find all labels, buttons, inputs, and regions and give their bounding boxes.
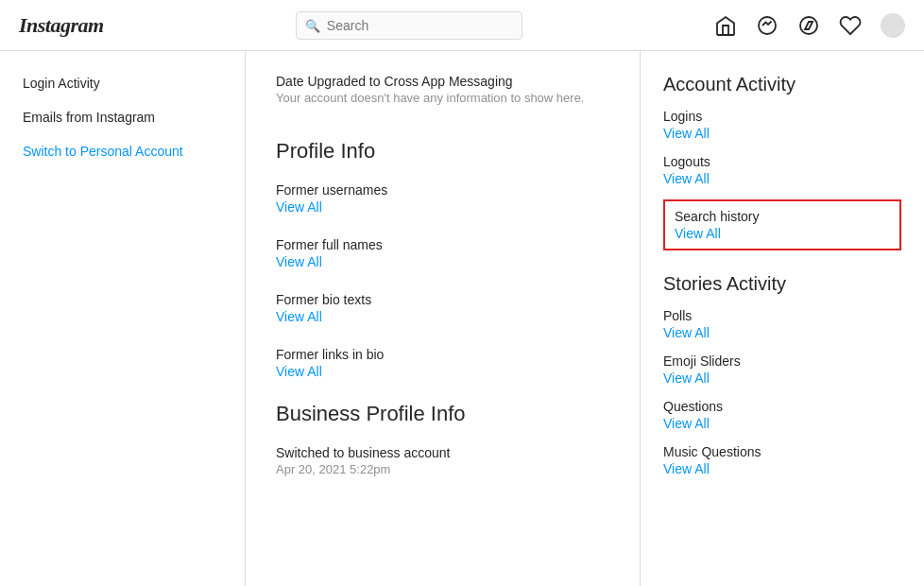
switched-date: Apr 20, 2021 5:22pm (276, 462, 609, 476)
logins-link[interactable]: View All (663, 126, 901, 141)
date-section: Date Upgraded to Cross App Messaging You… (276, 74, 609, 112)
svg-point-0 (759, 17, 776, 34)
polls-label: Polls (663, 308, 901, 323)
search-icon: 🔍 (305, 18, 320, 32)
questions-link[interactable]: View All (663, 416, 901, 431)
music-questions-label: Music Questions (663, 444, 901, 459)
former-usernames-block: Former usernames View All (276, 182, 609, 215)
sidebar-item-switch-account[interactable]: Switch to Personal Account (0, 134, 245, 168)
former-full-names-label: Former full names (276, 237, 609, 252)
search-history-highlighted-box: Search history View All (663, 199, 901, 250)
sidebar-item-emails[interactable]: Emails from Instagram (0, 100, 245, 134)
search-input[interactable] (296, 11, 522, 40)
heart-icon[interactable] (839, 14, 862, 37)
date-label: Date Upgraded to Cross App Messaging (276, 74, 609, 89)
switched-label: Switched to business account (276, 445, 609, 460)
messenger-icon[interactable] (756, 14, 779, 37)
logins-item: Logins View All (663, 109, 901, 141)
svg-point-1 (800, 17, 817, 34)
music-questions-link[interactable]: View All (663, 461, 901, 476)
logo[interactable]: Instagram (19, 13, 104, 38)
questions-item: Questions View All (663, 399, 901, 431)
polls-item: Polls View All (663, 308, 901, 340)
sidebar: Login Activity Emails from Instagram Swi… (0, 51, 246, 586)
header: Instagram 🔍 (0, 0, 924, 51)
search-history-link[interactable]: View All (675, 226, 890, 241)
stories-activity-section: Stories Activity Polls View All Emoji Sl… (663, 273, 901, 476)
account-activity-section: Account Activity Logins View All Logouts… (663, 74, 901, 250)
former-full-names-block: Former full names View All (276, 237, 609, 269)
main-content: Date Upgraded to Cross App Messaging You… (246, 51, 641, 586)
questions-label: Questions (663, 399, 901, 414)
former-links-link[interactable]: View All (276, 364, 609, 379)
former-bio-link[interactable]: View All (276, 309, 609, 324)
header-nav (714, 13, 905, 38)
profile-info-title: Profile Info (276, 139, 609, 164)
account-activity-title: Account Activity (663, 74, 901, 95)
search-container: 🔍 (296, 11, 522, 40)
compass-icon[interactable] (797, 14, 820, 37)
logouts-link[interactable]: View All (663, 171, 901, 186)
former-links-block: Former links in bio View All (276, 347, 609, 379)
former-bio-block: Former bio texts View All (276, 292, 609, 324)
stories-activity-title: Stories Activity (663, 273, 901, 295)
former-full-names-link[interactable]: View All (276, 254, 609, 269)
former-links-label: Former links in bio (276, 347, 609, 362)
emoji-sliders-link[interactable]: View All (663, 371, 901, 386)
search-history-label: Search history (675, 209, 890, 224)
logouts-label: Logouts (663, 154, 901, 169)
sidebar-item-login-activity[interactable]: Login Activity (0, 66, 245, 100)
emoji-sliders-label: Emoji Sliders (663, 353, 901, 369)
home-icon[interactable] (714, 14, 737, 37)
logins-label: Logins (663, 109, 901, 124)
former-usernames-label: Former usernames (276, 182, 609, 198)
former-bio-label: Former bio texts (276, 292, 609, 307)
music-questions-item: Music Questions View All (663, 444, 901, 476)
svg-marker-2 (805, 22, 813, 29)
logouts-item: Logouts View All (663, 154, 901, 186)
business-profile-section: Business Profile Info Switched to busine… (276, 402, 609, 476)
profile-info-section: Profile Info Former usernames View All F… (276, 139, 609, 379)
former-usernames-link[interactable]: View All (276, 199, 609, 215)
business-profile-title: Business Profile Info (276, 402, 609, 426)
polls-link[interactable]: View All (663, 325, 901, 340)
emoji-sliders-item: Emoji Sliders View All (663, 353, 901, 386)
right-panel: Account Activity Logins View All Logouts… (641, 51, 924, 586)
date-subtext: Your account doesn't have any informatio… (276, 91, 609, 105)
page-container: Login Activity Emails from Instagram Swi… (0, 51, 924, 586)
avatar[interactable] (881, 13, 905, 38)
